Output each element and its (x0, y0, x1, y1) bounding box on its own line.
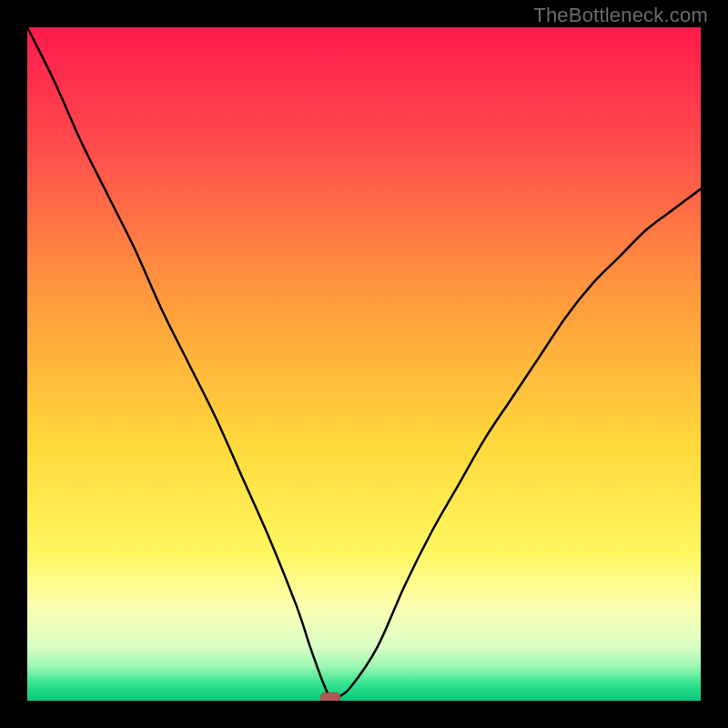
watermark-text: TheBottleneck.com (533, 4, 708, 27)
minimum-marker (320, 693, 340, 701)
plot-area (27, 27, 701, 701)
chart-container: TheBottleneck.com (0, 0, 728, 728)
gradient-rect (27, 27, 701, 701)
chart-svg (27, 27, 701, 701)
